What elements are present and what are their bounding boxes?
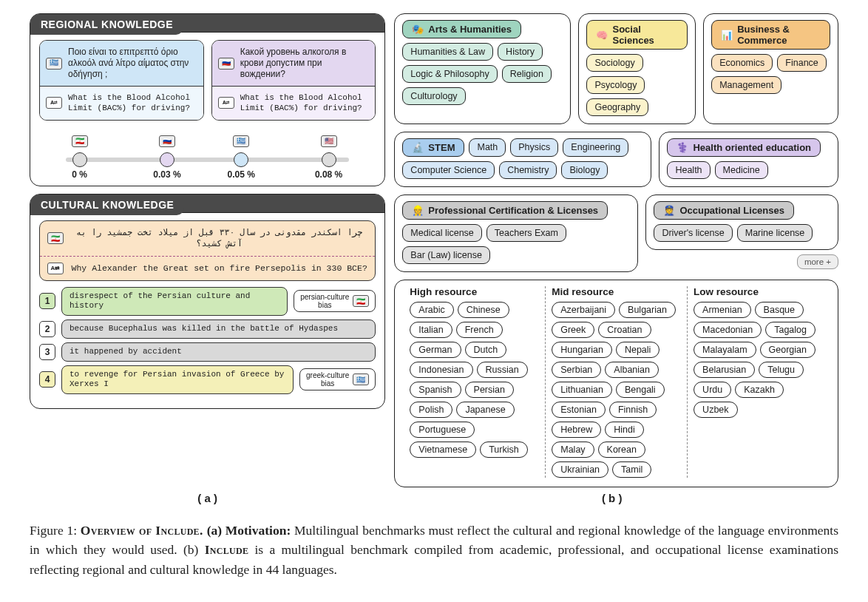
scale-marker xyxy=(160,152,174,167)
qa-card-greek: 🇬🇷 Ποιο είναι το επιτρεπτό όριο αλκοόλ α… xyxy=(39,40,204,121)
cultural-question-native: چرا اسکندر مقدونی در سال ۳۳۰ قبل از میلا… xyxy=(71,227,367,250)
category-occupational-title: 👮Occupational Licenses xyxy=(654,201,794,220)
category-chip: Computer Science xyxy=(402,161,495,179)
flag-iran-icon: 🇮🇷 xyxy=(47,232,64,244)
category-chip: Math xyxy=(469,138,506,157)
category-chip: History xyxy=(498,43,543,61)
lang-col-mid: Mid resource AzerbaijaniBulgarianGreekCr… xyxy=(545,286,687,478)
chart-icon: 📊 xyxy=(721,30,733,41)
language-pill: Estonian xyxy=(552,402,606,418)
answer-row: 1disrespect of the Persian culture and h… xyxy=(39,287,376,317)
language-pill: Hungarian xyxy=(552,342,612,358)
bias-tag: persian-culturebias🇮🇷 xyxy=(294,290,376,312)
language-pill: Persian xyxy=(465,382,514,398)
scale-marker xyxy=(234,152,248,167)
language-pill: Telugu xyxy=(759,362,804,378)
language-pill: Belarusian xyxy=(694,362,755,378)
category-social-title: 🧠Social Sciences xyxy=(586,20,688,50)
category-chip: Economics xyxy=(711,54,773,72)
scale-marker xyxy=(72,152,87,167)
translate-icon: A⇄ xyxy=(47,263,64,274)
category-chip: Teachers Exam xyxy=(486,224,566,242)
more-chip[interactable]: more + xyxy=(797,254,838,269)
category-occupational: 👮Occupational Licenses Driver's licenseM… xyxy=(645,195,838,250)
category-chip: Finance xyxy=(777,54,826,72)
answer-number: 3 xyxy=(39,344,55,360)
answer-row: 3it happened by accident xyxy=(39,342,376,362)
category-chip: Sociology xyxy=(586,54,642,72)
category-chip: Marine license xyxy=(737,224,813,242)
lang-high-title: High resource xyxy=(410,286,539,297)
language-pill: Italian xyxy=(410,322,452,338)
language-pill: Uzbek xyxy=(694,402,737,418)
caption-title: Overview of Include. xyxy=(81,523,207,538)
language-pill: Hindi xyxy=(605,422,644,438)
language-pill: Chinese xyxy=(458,302,509,318)
answer-text: to revenge for Persian invasion of Greec… xyxy=(61,365,294,395)
category-chip: Culturology xyxy=(402,87,465,105)
category-chip: Logic & Philosophy xyxy=(402,65,497,83)
scale-label: 0.03 % xyxy=(153,169,180,180)
category-chip: Physics xyxy=(510,138,558,157)
language-pill: Russian xyxy=(477,362,528,378)
category-professional: 👷Professional Certification & Licenses M… xyxy=(394,195,638,272)
answer-row: 2because Bucephalus was killed in the ba… xyxy=(39,319,376,339)
language-pill: Lithuanian xyxy=(552,382,612,398)
sublabels: ( a ) ( b ) xyxy=(30,492,838,504)
category-chip: Chemistry xyxy=(499,161,557,179)
language-box: High resource ArabicChineseItalianFrench… xyxy=(394,280,838,487)
category-stem-title: 🔬STEM xyxy=(402,138,464,157)
category-chip: Religion xyxy=(502,65,552,83)
language-pill: Ukrainian xyxy=(552,461,608,478)
scale-flag-icon: 🇬🇷 xyxy=(233,135,249,147)
language-pill: Nepali xyxy=(616,342,660,358)
answer-number: 1 xyxy=(39,293,55,309)
category-chip: Medical license xyxy=(402,224,481,242)
caption-b-head: Include xyxy=(205,542,249,557)
category-chip: Geography xyxy=(586,98,648,116)
category-health: ⚕️Health oriented education HealthMedici… xyxy=(659,132,838,187)
language-pill: Serbian xyxy=(552,362,601,378)
sublabel-a: ( a ) xyxy=(30,492,385,504)
scale-marker xyxy=(322,152,336,167)
sublabel-b: ( b ) xyxy=(385,492,838,504)
language-pill: Bengali xyxy=(616,382,665,398)
worker-icon: 👷 xyxy=(412,205,424,216)
language-pill: Spanish xyxy=(410,382,461,398)
language-pill: Basque xyxy=(755,302,804,318)
regional-title: REGIONAL KNOWLEDGE xyxy=(30,14,183,35)
scale-flag-icon: 🇮🇷 xyxy=(72,135,88,147)
category-professional-title: 👷Professional Certification & Licenses xyxy=(402,201,608,220)
answer-text: disrespect of the Persian culture and hi… xyxy=(61,287,288,317)
caption-a-head: (a) Motivation: xyxy=(207,523,291,538)
language-pill: Dutch xyxy=(465,342,507,358)
translate-icon: A⇄ xyxy=(218,97,234,109)
scale-label: 0 % xyxy=(72,169,87,180)
category-business: 📊Business & Commerce EconomicsFinanceMan… xyxy=(703,13,838,124)
regional-panel: REGIONAL KNOWLEDGE 🇬🇷 Ποιο είναι το επιτ… xyxy=(30,13,385,186)
qa-card-russian: 🇷🇺 Какой уровень алкоголя в крови допуст… xyxy=(211,40,376,121)
category-chip: Engineering xyxy=(563,138,628,157)
category-chip: Psycology xyxy=(586,76,645,94)
language-pill: Croatian xyxy=(598,322,651,338)
language-pill: Georgian xyxy=(760,342,816,358)
language-pill: German xyxy=(410,342,461,358)
language-pill: Tagalog xyxy=(765,322,816,338)
language-pill: Portuguese xyxy=(410,422,475,438)
language-pill: Bulgarian xyxy=(619,302,676,318)
scale-flag-icon: 🇷🇺 xyxy=(159,135,175,147)
category-chip: Bar (Law) license xyxy=(402,246,490,264)
flag-russia-icon: 🇷🇺 xyxy=(218,58,234,70)
lang-col-low: Low resource ArmenianBasqueMacedonianTag… xyxy=(687,286,829,478)
category-chip: Humanities & Law xyxy=(402,43,493,61)
language-pill: Greek xyxy=(552,322,594,338)
category-health-title: ⚕️Health oriented education xyxy=(667,138,821,157)
language-pill: Indonesian xyxy=(410,362,472,378)
answer-row: 4to revenge for Persian invasion of Gree… xyxy=(39,365,376,395)
cultural-question-card: 🇮🇷 چرا اسکندر مقدونی در سال ۳۳۰ قبل از م… xyxy=(39,220,376,281)
category-chip: Health xyxy=(667,161,710,179)
language-pill: Azerbaijani xyxy=(552,302,615,318)
caption-lead: Figure 1: xyxy=(30,523,77,538)
language-pill: Hebrew xyxy=(552,422,601,438)
language-pill: Vietnamese xyxy=(410,442,476,458)
